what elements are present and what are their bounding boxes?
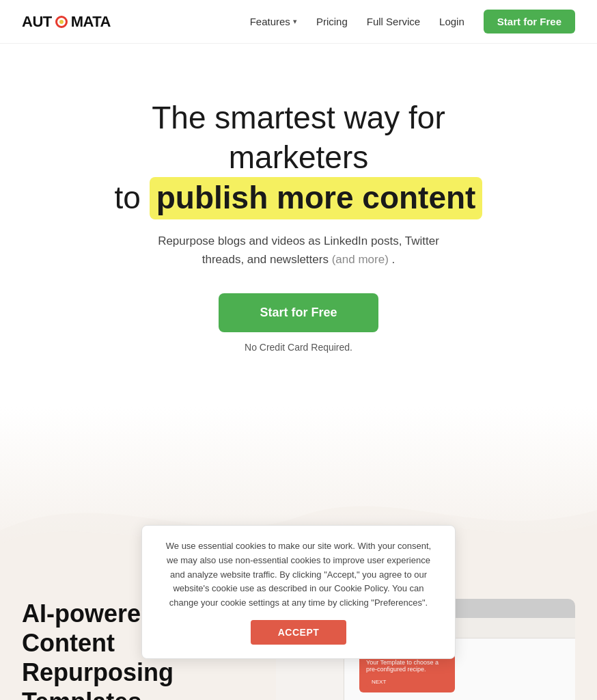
logo-text-before: AUT <box>22 13 52 31</box>
logo[interactable]: AUT MATA <box>22 13 111 31</box>
nav-cta-button[interactable]: Start for Free <box>484 10 575 33</box>
hero-title: The smartest way for marketers to publis… <box>27 98 570 219</box>
hero-section: The smartest way for marketers to publis… <box>0 44 597 394</box>
nav-links: Features ▾ Pricing Full Service Login St… <box>250 10 575 33</box>
screenshot-next-btn[interactable]: NEXT <box>366 677 391 687</box>
chevron-down-icon: ▾ <box>293 17 297 26</box>
nav-full-service[interactable]: Full Service <box>367 16 420 27</box>
logo-icon <box>55 16 68 28</box>
logo-text-after: MATA <box>71 13 111 31</box>
hero-and-more: (and more) <box>332 253 389 266</box>
nav-login[interactable]: Login <box>439 16 464 27</box>
cookie-text: We use essential cookies to make our sit… <box>161 539 436 610</box>
nav-pricing[interactable]: Pricing <box>316 16 348 27</box>
cookie-banner: We use essential cookies to make our sit… <box>141 525 456 659</box>
nav-features[interactable]: Features ▾ <box>250 16 297 27</box>
navbar: AUT MATA Features ▾ Pricing Full Service… <box>0 0 597 44</box>
hero-highlight: publish more content <box>150 177 483 219</box>
hero-subtitle: Repurpose blogs and videos as LinkedIn p… <box>155 232 442 269</box>
cookie-accept-button[interactable]: ACCEPT <box>251 620 347 645</box>
screenshot-card: Your Template to choose a pre-configured… <box>359 654 455 692</box>
hero-cta-button[interactable]: Start for Free <box>219 293 378 332</box>
no-cc-text: No Credit Card Required. <box>27 342 570 353</box>
